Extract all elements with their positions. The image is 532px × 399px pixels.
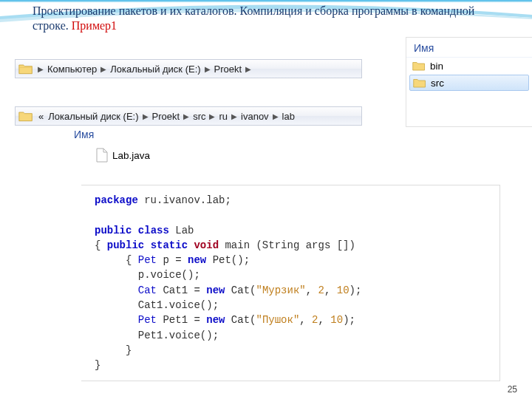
folder-icon [18, 109, 33, 123]
folder-label: src [431, 78, 444, 89]
folder-panel: Имя bin src [406, 37, 532, 127]
title-example: Пример1 [72, 19, 117, 32]
chevron-right-icon: ▶ [208, 112, 216, 120]
crumb[interactable]: Proekt [212, 64, 245, 75]
crumb[interactable]: Локальный диск (E:) [46, 111, 140, 122]
crumb[interactable]: Proekt [150, 111, 183, 122]
chevron-right-icon: ▶ [141, 112, 150, 120]
chevron-right-icon: ▶ [230, 112, 239, 120]
breadcrumb-proekt[interactable]: ▶ Компьютер ▶ Локальный диск (E:) ▶ Proe… [15, 59, 362, 78]
crumb[interactable]: lab [280, 111, 297, 122]
overflow-indicator[interactable]: « [36, 111, 46, 122]
chevron-right-icon: ▶ [36, 65, 45, 73]
breadcrumb-lab[interactable]: « Локальный диск (E:) ▶ Proekt ▶ src ▶ r… [15, 106, 362, 126]
file-row-labjava[interactable]: Lab.java [96, 148, 150, 163]
folder-icon [413, 77, 426, 89]
file-label: Lab.java [112, 150, 150, 161]
crumb[interactable]: ivanov [239, 111, 271, 122]
crumb[interactable]: src [191, 111, 208, 122]
chevron-right-icon: ▶ [203, 65, 212, 73]
column-header-name[interactable]: Имя [74, 129, 94, 140]
crumb[interactable]: Компьютер [45, 64, 99, 75]
slide-title: Проектирование пакетов и их каталогов. К… [33, 4, 476, 33]
folder-icon [412, 60, 426, 72]
folder-row-src[interactable]: src [409, 75, 529, 91]
folder-row-bin[interactable]: bin [406, 58, 532, 74]
crumb[interactable]: Локальный диск (E:) [108, 64, 202, 75]
chevron-right-icon: ▶ [244, 65, 253, 73]
folder-label: bin [430, 61, 443, 72]
chevron-right-icon: ▶ [182, 112, 191, 120]
code-listing: package ru.ivanov.lab; public class Lab … [81, 185, 500, 381]
column-header-name[interactable]: Имя [406, 38, 532, 58]
crumb[interactable]: ru [216, 111, 230, 122]
file-icon [96, 148, 108, 163]
page-number: 25 [508, 384, 517, 395]
chevron-right-icon: ▶ [271, 112, 280, 120]
folder-icon [18, 62, 33, 75]
chevron-right-icon: ▶ [99, 65, 108, 73]
